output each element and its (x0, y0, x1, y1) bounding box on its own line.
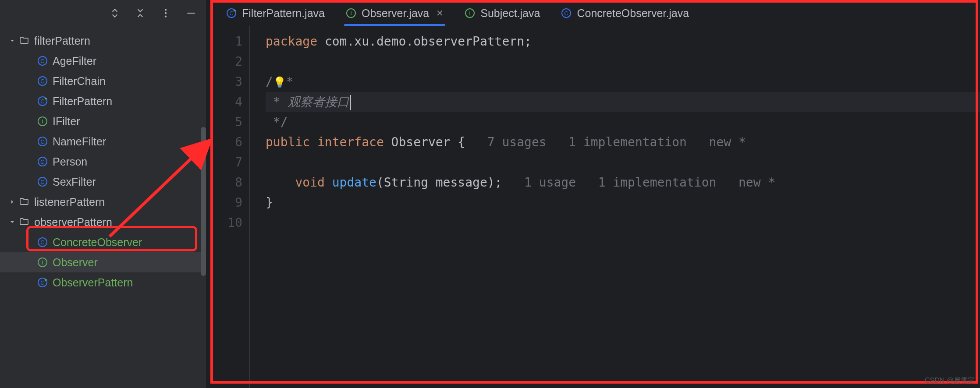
tab-filterpattern[interactable]: CFilterPattern.java (216, 0, 335, 26)
line-number: 3 (206, 72, 248, 92)
tree-item-label: Person (53, 155, 87, 168)
tree-item-observerpattern[interactable]: observerPattern (0, 212, 206, 232)
tree-item-label: filterPattern (34, 35, 90, 47)
tab-subject[interactable]: ISubject.java (454, 0, 550, 26)
code-line: public interface Observer { 7 usages 1 i… (266, 132, 980, 152)
svg-text:I: I (350, 10, 352, 17)
interface-icon: I (465, 8, 475, 18)
svg-text:C: C (565, 10, 568, 17)
svg-point-0 (165, 9, 167, 11)
class-icon: C (36, 156, 49, 167)
tree-item-label: NameFilter (53, 135, 106, 148)
line-number: 10 (206, 213, 248, 233)
collapse-all-icon[interactable] (134, 7, 146, 19)
svg-text:C: C (40, 58, 44, 64)
svg-text:C: C (40, 279, 44, 286)
class-icon: C (561, 8, 572, 18)
project-tree[interactable]: filterPatternCAgeFilterCFilterChainCFilt… (0, 26, 206, 388)
tree-item-label: observerPattern (34, 216, 112, 229)
line-number: 5 (206, 112, 248, 132)
tab-label: Observer.java (362, 7, 429, 20)
more-options-icon[interactable] (160, 7, 172, 19)
tree-item-label: listenerPattern (34, 196, 105, 208)
tree-item-ifilter[interactable]: IIFilter (0, 111, 206, 131)
svg-text:C: C (40, 78, 44, 85)
tree-item-filterpattern[interactable]: filterPattern (0, 31, 206, 51)
tree-arrow-icon[interactable] (7, 198, 18, 205)
lightbulb-icon[interactable]: 💡 (273, 76, 286, 88)
class-run-icon: C (226, 8, 237, 18)
class-run-icon: C (36, 277, 49, 288)
tree-item-namefilter[interactable]: CNameFilter (0, 131, 206, 152)
svg-text:C: C (40, 98, 44, 105)
tree-arrow-icon[interactable] (7, 37, 18, 44)
svg-text:I: I (42, 259, 43, 266)
code-line: /💡* (266, 72, 980, 92)
svg-text:C: C (40, 159, 44, 165)
tab-label: ConcreteObserver.java (577, 7, 689, 20)
interface-icon: I (36, 116, 49, 127)
class-icon: C (36, 176, 49, 187)
tree-item-sexfilter[interactable]: CSexFilter (0, 172, 206, 192)
line-number: 1 (206, 32, 248, 52)
tree-item-listenerpattern[interactable]: listenerPattern (0, 192, 206, 212)
line-number: 2 (206, 52, 248, 72)
tree-item-observerpattern[interactable]: CObserverPattern (0, 272, 206, 293)
tree-item-label: SexFilter (53, 176, 96, 188)
tree-item-label: FilterPattern (53, 95, 112, 108)
class-icon: C (36, 136, 49, 147)
tree-arrow-icon[interactable] (7, 219, 18, 226)
tree-item-label: IFilter (53, 115, 80, 128)
line-gutter: 12345678910 (206, 26, 248, 388)
minimize-icon[interactable] (185, 7, 197, 19)
tree-item-label: ObserverPattern (53, 276, 133, 289)
code-editor[interactable]: 12345678910 package com.xu.demo.observer… (206, 26, 980, 388)
svg-text:C: C (40, 179, 44, 185)
watermark: CSDN @易雪寒 (925, 376, 975, 385)
svg-text:C: C (40, 138, 44, 145)
editor-tabs: CFilterPattern.javaIObserver.java✕ISubje… (206, 0, 980, 26)
code-line (266, 52, 980, 72)
tree-item-label: ConcreteObserver (53, 236, 142, 249)
interface-icon: I (36, 257, 49, 268)
tree-item-agefilter[interactable]: CAgeFilter (0, 51, 206, 71)
class-icon: C (36, 237, 49, 247)
text-cursor (350, 95, 351, 110)
tab-observer[interactable]: IObserver.java✕ (335, 0, 454, 26)
code-line (266, 213, 980, 233)
project-sidebar: filterPatternCAgeFilterCFilterChainCFilt… (0, 0, 206, 388)
sidebar-scrollbar[interactable] (201, 127, 206, 276)
tree-item-concreteobserver[interactable]: CConcreteObserver (0, 232, 206, 252)
folder-icon (18, 35, 31, 46)
tab-label: FilterPattern.java (242, 7, 325, 20)
svg-text:I: I (42, 118, 43, 125)
code-line: void update(String message); 1 usage 1 i… (266, 173, 980, 193)
tree-item-person[interactable]: CPerson (0, 152, 206, 172)
svg-point-1 (165, 12, 167, 14)
tree-item-filterchain[interactable]: CFilterChain (0, 71, 206, 91)
line-number: 4 (206, 92, 248, 112)
editor-area: CFilterPattern.javaIObserver.java✕ISubje… (206, 0, 980, 388)
tab-concreteobserver[interactable]: CConcreteObserver.java (550, 0, 699, 26)
code-line: */ (266, 112, 980, 132)
line-number: 6 (206, 132, 248, 152)
tree-item-filterpattern[interactable]: CFilterPattern (0, 91, 206, 111)
line-number: 9 (206, 193, 248, 213)
class-icon: C (36, 76, 49, 86)
expand-collapse-icon[interactable] (109, 7, 121, 19)
close-icon[interactable]: ✕ (436, 8, 444, 18)
code-line: } (266, 193, 980, 213)
svg-point-2 (165, 15, 167, 17)
tree-item-observer[interactable]: IObserver (0, 252, 206, 272)
interface-icon: I (346, 8, 356, 18)
svg-text:C: C (229, 10, 233, 17)
tab-label: Subject.java (480, 7, 540, 20)
class-run-icon: C (36, 96, 49, 106)
line-number: 8 (206, 173, 248, 193)
tree-item-label: Observer (53, 256, 98, 269)
class-icon: C (36, 56, 49, 66)
code-content[interactable]: package com.xu.demo.observerPattern; /💡*… (250, 26, 980, 388)
tree-item-label: AgeFilter (53, 55, 96, 67)
code-line (266, 152, 980, 173)
code-line: package com.xu.demo.observerPattern; (266, 32, 980, 52)
